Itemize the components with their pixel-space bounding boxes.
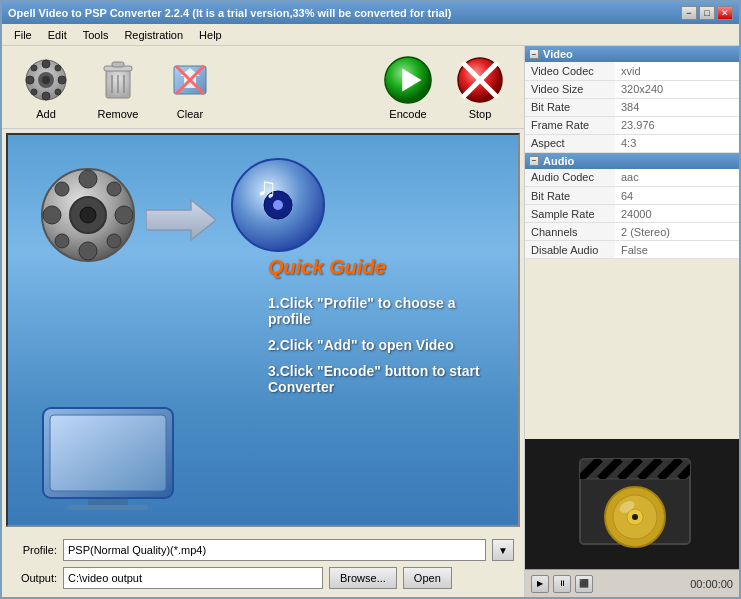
svg-rect-44 <box>68 505 148 510</box>
svg-point-27 <box>80 207 96 223</box>
title-bar: Opell Video to PSP Converter 2.2.4 (It i… <box>2 2 739 24</box>
stop-button[interactable]: Stop <box>446 52 514 122</box>
video-section-title: Video <box>543 48 573 60</box>
right-panel: − Video Video Codec xvid Video Size 320x… <box>524 46 739 597</box>
music-disc-icon: ♫ <box>228 155 328 257</box>
output-path-input[interactable] <box>63 567 323 589</box>
close-button[interactable]: ✕ <box>717 6 733 20</box>
browse-button[interactable]: Browse... <box>329 567 397 589</box>
prop-key: Sample Rate <box>525 205 615 223</box>
video-props-table: Video Codec xvid Video Size 320x240 Bit … <box>525 62 739 153</box>
svg-point-32 <box>55 182 69 196</box>
prop-key: Channels <box>525 223 615 241</box>
stop-player-button[interactable]: ⬛ <box>575 575 593 593</box>
time-display: 00:00:00 <box>690 578 733 590</box>
svg-point-5 <box>26 76 34 84</box>
prop-key: Bit Rate <box>525 98 615 116</box>
table-row: Audio Codec aac <box>525 169 739 187</box>
maximize-button[interactable]: □ <box>699 6 715 20</box>
add-label: Add <box>36 108 56 120</box>
encode-icon <box>383 54 433 106</box>
stop-icon-wrap <box>454 54 506 106</box>
audio-props-table: Audio Codec aac Bit Rate 64 Sample Rate … <box>525 169 739 260</box>
prop-key: Audio Codec <box>525 169 615 187</box>
minimize-button[interactable]: − <box>681 6 697 20</box>
table-row: Bit Rate 64 <box>525 187 739 205</box>
output-row: Output: Browse... Open <box>12 567 514 589</box>
svg-point-34 <box>55 234 69 248</box>
thumbnail-svg <box>525 439 739 569</box>
prop-key: Video Size <box>525 80 615 98</box>
output-label: Output: <box>12 572 57 584</box>
menu-bar: File Edit Tools Registration Help <box>2 24 739 46</box>
properties-panel: − Video Video Codec xvid Video Size 320x… <box>525 46 739 439</box>
audio-collapse-button[interactable]: − <box>529 156 539 166</box>
stop-player-icon: ⬛ <box>579 579 589 588</box>
table-row: Frame Rate 23.976 <box>525 116 739 134</box>
clear-icon <box>166 56 214 104</box>
player-controls: ▶ ⏸ ⬛ 00:00:00 <box>525 569 739 597</box>
prop-key: Bit Rate <box>525 187 615 205</box>
menu-help[interactable]: Help <box>191 27 230 43</box>
prop-value: 64 <box>615 187 739 205</box>
prop-key: Frame Rate <box>525 116 615 134</box>
bottom-controls: Profile: ▼ Output: Browse... Open <box>2 531 524 597</box>
menu-registration[interactable]: Registration <box>116 27 191 43</box>
add-button[interactable]: Add <box>12 52 80 122</box>
prop-key: Aspect <box>525 134 615 152</box>
clear-label: Clear <box>177 108 203 120</box>
prop-value: 24000 <box>615 205 739 223</box>
profile-dropdown-button[interactable]: ▼ <box>492 539 514 561</box>
guide-text-area: Quick Guide 1.Click "Profile" to choose … <box>268 256 498 405</box>
encode-icon-wrap <box>382 54 434 106</box>
play-button[interactable]: ▶ <box>531 575 549 593</box>
svg-point-6 <box>58 76 66 84</box>
svg-point-31 <box>115 206 133 224</box>
tv-monitor-icon <box>38 403 178 515</box>
arrow-icon <box>146 195 216 247</box>
svg-point-59 <box>632 514 638 520</box>
add-icon-wrap <box>20 54 72 106</box>
title-bar-buttons: − □ ✕ <box>681 6 733 20</box>
menu-tools[interactable]: Tools <box>75 27 117 43</box>
window-title: Opell Video to PSP Converter 2.2.4 (It i… <box>8 7 451 19</box>
svg-point-7 <box>31 65 37 71</box>
table-row: Sample Rate 24000 <box>525 205 739 223</box>
remove-label: Remove <box>98 108 139 120</box>
table-row: Video Size 320x240 <box>525 80 739 98</box>
prop-value: False <box>615 241 739 259</box>
profile-select[interactable] <box>63 539 486 561</box>
stop-label: Stop <box>469 108 492 120</box>
table-row: Channels 2 (Stereo) <box>525 223 739 241</box>
svg-point-29 <box>79 242 97 260</box>
prop-value: 4:3 <box>615 134 739 152</box>
stop-icon <box>456 56 504 104</box>
film-reel-icon <box>38 165 138 267</box>
svg-point-3 <box>42 60 50 68</box>
menu-edit[interactable]: Edit <box>40 27 75 43</box>
remove-icon <box>94 56 142 104</box>
svg-point-2 <box>42 76 50 84</box>
prop-value: 2 (Stereo) <box>615 223 739 241</box>
prop-key: Video Codec <box>525 62 615 80</box>
add-icon <box>22 56 70 104</box>
menu-file[interactable]: File <box>6 27 40 43</box>
pause-button[interactable]: ⏸ <box>553 575 571 593</box>
prop-value: 23.976 <box>615 116 739 134</box>
video-collapse-button[interactable]: − <box>529 49 539 59</box>
encode-button[interactable]: Encode <box>374 52 442 122</box>
prop-value: 384 <box>615 98 739 116</box>
open-button[interactable]: Open <box>403 567 452 589</box>
quick-guide-area: ♫ <box>8 135 518 525</box>
svg-point-28 <box>79 170 97 188</box>
svg-marker-36 <box>146 200 216 240</box>
svg-point-30 <box>43 206 61 224</box>
table-row: Bit Rate 384 <box>525 98 739 116</box>
clear-icon-wrap <box>164 54 216 106</box>
main-content: Add <box>2 46 739 597</box>
play-icon: ▶ <box>537 579 543 588</box>
clear-button[interactable]: Clear <box>156 52 224 122</box>
remove-button[interactable]: Remove <box>84 52 152 122</box>
table-row: Video Codec xvid <box>525 62 739 80</box>
table-row: Disable Audio False <box>525 241 739 259</box>
